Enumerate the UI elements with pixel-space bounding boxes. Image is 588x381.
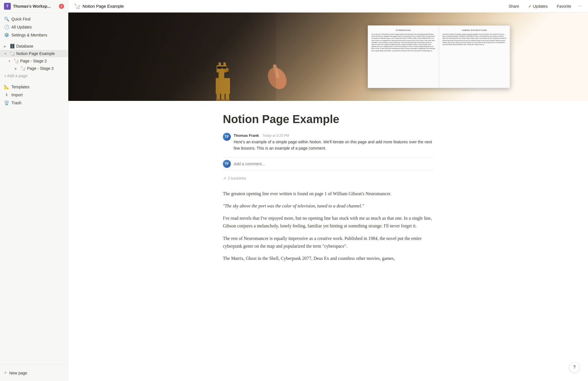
new-page-label: New page bbox=[9, 371, 27, 375]
author-avatar: TF bbox=[223, 133, 231, 141]
new-page-button[interactable]: + New page bbox=[0, 367, 68, 379]
add-page-button[interactable]: + Add a page bbox=[0, 72, 68, 80]
updates-label: Updates bbox=[533, 4, 548, 9]
backlinks-row[interactable]: ↗ 2 backlinks bbox=[223, 176, 433, 181]
main-area: 🦙 Notion Page Example Share ✓ Updates Fa… bbox=[68, 0, 588, 381]
favorite-button[interactable]: Favorite bbox=[554, 3, 573, 10]
header-actions: Share ✓ Updates Favorite ··· bbox=[506, 3, 582, 10]
all-updates-item[interactable]: 🕐 All Updates bbox=[0, 23, 68, 31]
expand-icon: ▼ bbox=[8, 60, 13, 63]
paragraph-5: The Matrix, Ghost in the Shell, Cyberpun… bbox=[223, 254, 433, 262]
import-label: Import bbox=[11, 93, 23, 97]
database-label: Database bbox=[16, 44, 33, 48]
stage2-emoji: 🦙 bbox=[14, 58, 19, 64]
page-body: Notion Page Example TF Thomas Frank Toda… bbox=[200, 101, 456, 290]
search-icon: 🔍 bbox=[4, 17, 9, 22]
add-page-label: + Add a page bbox=[4, 74, 28, 78]
add-comment-row: TF bbox=[223, 157, 433, 170]
add-comment-input[interactable] bbox=[234, 162, 433, 166]
stage3-label: Page - Stage 3 bbox=[27, 66, 54, 71]
checkmark-icon: ✓ bbox=[528, 4, 532, 9]
comment-content: Thomas Frank Today at 3:25 PM Here's an … bbox=[234, 133, 433, 152]
comment-time: Today at 3:25 PM bbox=[262, 134, 289, 138]
book-left-title: HYPERFOCUS bbox=[371, 29, 435, 32]
notion-page-emoji: 🦙 bbox=[10, 51, 15, 56]
trash-icon: 🗑️ bbox=[4, 100, 9, 105]
sidebar-item-notion-page[interactable]: ▼ 🦙 Notion Page Example bbox=[0, 50, 68, 57]
import-icon: ⬇ bbox=[4, 92, 9, 97]
templates-item[interactable]: 📐 Templates bbox=[0, 83, 68, 91]
trash-item[interactable]: 🗑️ Trash bbox=[0, 99, 68, 107]
stage3-emoji: 🦙 bbox=[20, 66, 26, 71]
workspace-header[interactable]: T Thomas's Worksp... 9 bbox=[0, 0, 68, 13]
nav-section: 🔍 Quick Find 🕐 All Updates ⚙️ Settings &… bbox=[0, 13, 68, 40]
stage2-label: Page - Stage 2 bbox=[20, 59, 47, 63]
expand-icon: ▶ bbox=[4, 45, 9, 48]
comment-row: TF Thomas Frank Today at 3:25 PM Here's … bbox=[223, 133, 433, 152]
help-button[interactable]: ? bbox=[569, 362, 579, 372]
notification-badge: 9 bbox=[59, 4, 64, 9]
book-right-text: more than concepts, for example. However… bbox=[443, 33, 507, 46]
page-tree: ▶ 🗄️ Database ▼ 🦙 Notion Page Example ▼ … bbox=[0, 40, 68, 364]
more-options-button[interactable]: ··· bbox=[578, 3, 582, 9]
page-header-icon: 🦙 bbox=[74, 3, 80, 9]
comment-text: Here's an example of a simple page withi… bbox=[234, 139, 433, 152]
notion-page-label: Notion Page Example bbox=[16, 51, 55, 56]
book-left-text: on my own part, I love writing to songs … bbox=[371, 33, 435, 52]
sidebar-bottom: + New page bbox=[0, 364, 68, 381]
database-emoji: 🗄️ bbox=[10, 44, 15, 49]
page-content: HYPERFOCUS on my own part, I love writin… bbox=[68, 13, 588, 381]
paragraph-1: The greatest opening line ever written i… bbox=[223, 190, 433, 197]
book-right-page: TAMING DISTRACTIONS more than concepts, … bbox=[439, 26, 510, 88]
cover-dark-overlay bbox=[68, 13, 276, 101]
updates-button[interactable]: ✓ Updates bbox=[526, 3, 550, 10]
page-header-title: Notion Page Example bbox=[83, 4, 504, 9]
trash-label: Trash bbox=[11, 101, 21, 105]
current-user-avatar: TF bbox=[223, 160, 231, 168]
sidebar-item-stage3[interactable]: ▶ 🦙 Page - Stage 3 bbox=[0, 65, 68, 72]
paragraph-2: "The sky above the port was the color of… bbox=[223, 202, 433, 210]
sidebar-item-stage2[interactable]: ▼ 🦙 Page - Stage 2 bbox=[0, 57, 68, 65]
backlinks-icon: ↗ bbox=[223, 176, 226, 181]
import-item[interactable]: ⬇ Import bbox=[0, 91, 68, 99]
templates-icon: 📐 bbox=[4, 84, 9, 89]
page-title: Notion Page Example bbox=[223, 112, 433, 126]
comment-author: Thomas Frank bbox=[234, 133, 259, 138]
clock-icon: 🕐 bbox=[4, 25, 9, 30]
plus-icon: + bbox=[4, 370, 7, 376]
workspace-icon: T bbox=[4, 3, 11, 10]
paragraph-4: The rest of Neuromancer is equally impre… bbox=[223, 235, 433, 250]
share-button[interactable]: Share bbox=[506, 3, 521, 10]
paragraph-3: I've read novels that I've enjoyed more,… bbox=[223, 214, 433, 230]
workspace-name: Thomas's Worksp... bbox=[13, 4, 57, 9]
templates-label: Templates bbox=[11, 85, 30, 89]
quick-find-label: Quick Find bbox=[11, 17, 30, 21]
cover-image: HYPERFOCUS on my own part, I love writin… bbox=[68, 13, 588, 101]
expand-icon: ▶ bbox=[15, 67, 19, 70]
page-header: 🦙 Notion Page Example Share ✓ Updates Fa… bbox=[68, 0, 588, 13]
settings-item[interactable]: ⚙️ Settings & Members bbox=[0, 31, 68, 39]
book-left-page: HYPERFOCUS on my own part, I love writin… bbox=[368, 26, 439, 88]
all-updates-label: All Updates bbox=[11, 25, 32, 29]
quick-find-item[interactable]: 🔍 Quick Find bbox=[0, 15, 68, 23]
comment-section: TF Thomas Frank Today at 3:25 PM Here's … bbox=[223, 133, 433, 152]
book-right-title: TAMING DISTRACTIONS bbox=[443, 29, 507, 32]
sidebar: T Thomas's Worksp... 9 🔍 Quick Find 🕐 Al… bbox=[0, 0, 68, 381]
book-image: HYPERFOCUS on my own part, I love writin… bbox=[368, 25, 510, 88]
expand-icon: ▼ bbox=[4, 52, 9, 55]
gear-icon: ⚙️ bbox=[4, 32, 9, 38]
sidebar-item-database[interactable]: ▶ 🗄️ Database bbox=[0, 42, 68, 50]
backlinks-count: 2 backlinks bbox=[228, 176, 246, 180]
settings-label: Settings & Members bbox=[11, 33, 47, 37]
